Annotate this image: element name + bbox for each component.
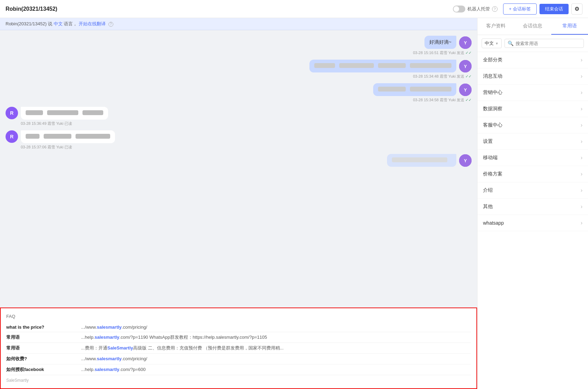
message-item: R 03-28 15:36:49 霜雪 Yuki 已读 <box>6 107 472 126</box>
faq-item-content: ...费用：开通SaleSmartly高级版 二、信息费用：充值预付费 （预付费… <box>81 345 471 351</box>
add-tag-button[interactable]: + 会话标签 <box>503 3 537 15</box>
message-bubble <box>21 130 115 143</box>
sidebar-item-messaging[interactable]: 消息互动 › <box>477 68 588 85</box>
chevron-right-icon: › <box>581 204 582 210</box>
sidebar-item-pricing[interactable]: 价格方案 › <box>477 166 588 182</box>
message-time: 03-28 15:36:49 <box>21 121 46 126</box>
message-item: R 03-28 15:37:06 霜雪 Yuki 已读 <box>6 130 472 150</box>
settings-button[interactable]: ⚙ <box>571 3 582 15</box>
chevron-right-icon: › <box>581 187 582 193</box>
menu-item-label: 客服中心 <box>483 122 502 128</box>
sidebar-item-settings[interactable]: 设置 › <box>477 133 588 150</box>
blurred-content <box>339 63 374 68</box>
sidebar-menu: 全部分类 › 消息互动 › 营销中心 › 数据洞察 › 客服中心 › 设置 › <box>477 52 588 389</box>
faq-content-prefix: ...费用：开通 <box>81 345 107 351</box>
msg-left-content: 03-28 15:36:49 霜雪 Yuki 已读 <box>21 107 108 126</box>
avatar: Y <box>459 84 472 96</box>
sidebar-item-other[interactable]: 其他 › <box>477 199 588 215</box>
robot-toggle[interactable] <box>453 6 465 12</box>
tab-customer-info[interactable]: 客户资料 <box>477 18 514 35</box>
chevron-right-icon: › <box>581 122 582 128</box>
message-item: Y 03-28 15:34:48 霜雪 Yuki 发送 ✓✓ <box>6 60 472 79</box>
message-bubble <box>373 83 456 96</box>
faq-row[interactable]: 常用语 ...help.salesmartly.com/?p=1190 What… <box>6 332 471 343</box>
chevron-right-icon: › <box>581 106 582 112</box>
sidebar-item-all[interactable]: 全部分类 › <box>477 52 588 68</box>
svg-text:Y: Y <box>464 64 467 69</box>
msg-left-content: 03-28 15:37:06 霜雪 Yuki 已读 <box>21 130 115 150</box>
translation-start-link[interactable]: 开始在线翻译 <box>79 21 106 26</box>
faq-content-suffix: 高级版 二、信息费用：充值预付费 （预付费是群发费用，国家不同费用稍... <box>133 345 283 351</box>
blurred-content <box>378 87 406 92</box>
sidebar-item-data[interactable]: 数据洞察 › <box>477 101 588 117</box>
avatar: Y <box>459 36 472 49</box>
faq-brand: salesmartly <box>97 325 122 330</box>
blurred-content <box>44 134 71 139</box>
avatar: Y <box>459 154 472 167</box>
faq-overlay: FAQ what is the price? .../www.salesmart… <box>0 308 477 389</box>
chat-title: Robin(20321/13452) <box>6 6 453 12</box>
message-bubble: 好滴好滴~ <box>424 36 456 49</box>
menu-item-label: 数据洞察 <box>483 106 502 112</box>
sidebar-item-whatsapp[interactable]: whatsapp › <box>477 215 588 231</box>
sidebar-item-mobile[interactable]: 移动端 › <box>477 150 588 166</box>
faq-brand: salesmartly <box>95 367 120 372</box>
msg-right-group: Y <box>387 154 472 167</box>
faq-content-suffix: .com/pricing/ <box>122 356 147 361</box>
chat-panel: Robin(20321/13452) 说 中文 语言， 开始在线翻译 ? 好滴好… <box>0 18 477 389</box>
search-input[interactable] <box>516 41 581 46</box>
chevron-right-icon: › <box>581 89 582 96</box>
chevron-right-icon: › <box>581 171 582 177</box>
menu-item-label: 全部分类 <box>483 57 502 63</box>
blurred-content <box>47 110 78 115</box>
faq-item-content: .../www.salesmartly.com/pricing/ <box>81 325 471 330</box>
message-time: 03-28 15:16:51 <box>413 51 439 55</box>
message-time: 03-28 15:37:06 <box>21 145 46 149</box>
faq-item-name: 如何收费? <box>6 356 76 362</box>
avatar: Y <box>459 60 472 72</box>
message-meta: 03-28 15:34:58 霜雪 Yuki 发送 ✓✓ <box>413 97 472 103</box>
svg-text:Y: Y <box>464 40 467 45</box>
message-item: 好滴好滴~ Y 03-28 15:16:51 霜雪 Yuki 发送 ✓✓ <box>6 36 472 55</box>
main-area: Robin(20321/13452) 说 中文 语言， 开始在线翻译 ? 好滴好… <box>0 18 588 389</box>
faq-row[interactable]: 如何授权facebook ...help.salesmartly.com/?p=… <box>6 364 471 375</box>
faq-item-content: .../www.salesmartly.com/pricing/ <box>81 356 471 361</box>
faq-row[interactable]: 如何收费? .../www.salesmartly.com/pricing/ <box>6 354 471 364</box>
faq-item-content: ...help.salesmartly.com/?p=600 <box>81 367 471 372</box>
faq-item-name: what is the price? <box>6 325 76 330</box>
tab-common-phrases[interactable]: 常用语 <box>551 18 588 35</box>
translation-text-middle: 语言， <box>64 21 77 26</box>
message-meta: 03-28 15:16:51 霜雪 Yuki 发送 ✓✓ <box>413 50 472 55</box>
sidebar-item-customer-service[interactable]: 客服中心 › <box>477 117 588 133</box>
faq-row[interactable]: what is the price? .../www.salesmartly.c… <box>6 322 471 332</box>
blurred-content <box>378 63 406 68</box>
chevron-right-icon: › <box>581 138 582 145</box>
sidebar-item-intro[interactable]: 介绍 › <box>477 182 588 199</box>
faq-brand: salesmartly <box>95 335 120 340</box>
menu-item-label: 其他 <box>483 204 493 210</box>
sidebar-item-marketing[interactable]: 营销中心 › <box>477 85 588 101</box>
end-session-button[interactable]: 结束会话 <box>539 4 569 14</box>
robot-toggle-area: 机器人托管 ? <box>453 6 498 12</box>
msg-right-group: Y <box>309 60 472 72</box>
message-sender: 霜雪 Yuki 已读 <box>47 121 72 126</box>
menu-item-label: 营销中心 <box>483 89 502 96</box>
sent-icon: ✓✓ <box>465 98 472 102</box>
avatar: R <box>6 107 18 119</box>
right-sidebar: 客户资料 会话信息 常用语 中文 ▼ 🔍 全部分类 › 消息互动 › <box>477 18 588 389</box>
menu-item-label: 设置 <box>483 138 493 145</box>
search-box: 🔍 <box>504 39 584 48</box>
blurred-content <box>26 134 40 139</box>
language-select[interactable]: 中文 ▼ <box>482 38 502 48</box>
menu-item-label: 价格方案 <box>483 171 502 177</box>
faq-brand: salesmartly <box>97 356 122 361</box>
faq-item-content: ...help.salesmartly.com/?p=1190 WhatsApp… <box>81 334 471 340</box>
faq-content-prefix: ...help. <box>81 367 95 372</box>
faq-row[interactable]: 常用语 ...费用：开通SaleSmartly高级版 二、信息费用：充值预付费 … <box>6 343 471 354</box>
message-item: Y <box>6 154 472 167</box>
faq-content-prefix: ...help. <box>81 335 95 340</box>
message-sender: 霜雪 Yuki 发送 <box>440 51 464 55</box>
translation-lang-link[interactable]: 中文 <box>54 21 63 26</box>
tab-session-info[interactable]: 会话信息 <box>514 18 551 35</box>
svg-text:Y: Y <box>464 158 467 163</box>
